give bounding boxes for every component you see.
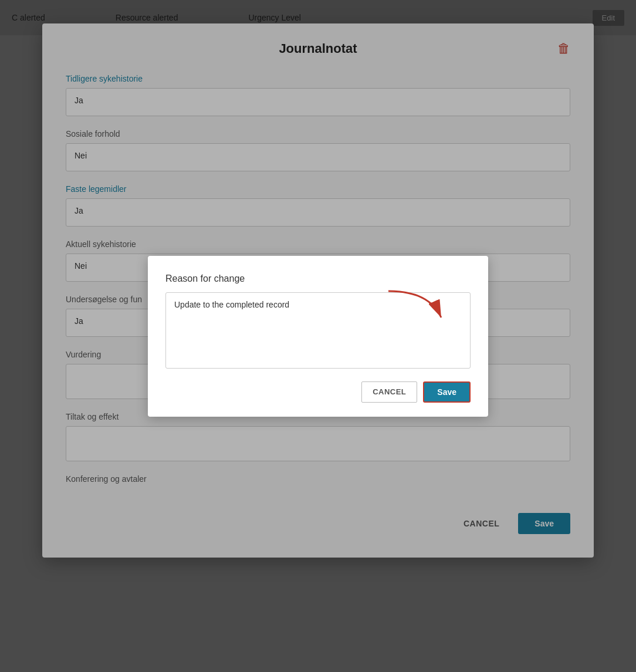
reason-dialog-title: Reason for change bbox=[165, 273, 471, 284]
reason-save-button[interactable]: Save bbox=[423, 381, 471, 403]
reason-dialog-overlay: Reason for change CANCEL Save bbox=[0, 0, 636, 672]
reason-dialog-footer: CANCEL Save bbox=[165, 381, 471, 403]
reason-textarea[interactable] bbox=[165, 292, 471, 369]
reason-dialog: Reason for change CANCEL Save bbox=[148, 256, 488, 417]
reason-cancel-button[interactable]: CANCEL bbox=[361, 381, 417, 403]
